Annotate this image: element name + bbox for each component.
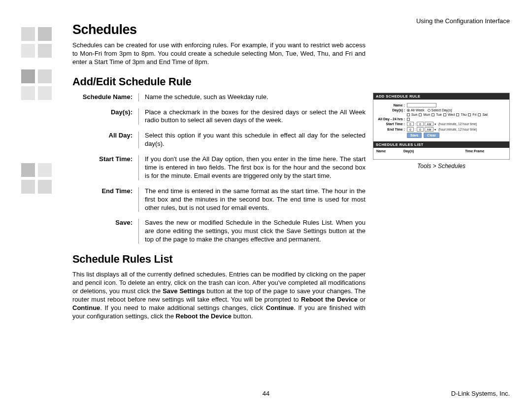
col-time: Time Frame [443,149,506,153]
col-days: Day(s) [403,149,443,153]
start-time-label: Start Time : [376,122,407,126]
decorative-squares [20,26,64,195]
screenshot-panel: ADD SCHEDULE RULE Name : Day(s) : All We… [373,93,510,170]
check-fri[interactable] [468,113,471,116]
name-input[interactable] [407,103,436,107]
clear-button[interactable]: Clear [424,133,439,138]
all-week-text: All Week [411,108,425,112]
page-title: Schedules [72,22,366,37]
definition-table: Schedule Name: Name the schedule, such a… [72,93,366,244]
def-desc: The end time is entered in the same form… [139,187,366,212]
select-days-text: Select Day(s) [432,108,452,112]
def-label: Day(s): [72,108,139,125]
section-rules-list-heading: Schedule Rules List [72,253,366,266]
header-section-label: Using the Configuration Interface [416,17,510,25]
def-desc: Name the schedule, such as Weekday rule. [139,93,366,102]
page-number: 44 [263,390,269,397]
check-thu[interactable] [456,113,459,116]
check-allday[interactable] [407,118,410,121]
check-wed[interactable] [443,113,446,116]
end-min-input[interactable]: 0 [417,127,424,132]
def-label: Schedule Name: [72,93,139,102]
end-time-label: End Time : [376,128,407,131]
def-desc: Select this option if you want this sche… [139,132,366,148]
start-min-input[interactable]: 0 [417,122,424,126]
allday-label: All Day - 24 hrs : [376,117,407,121]
check-sat[interactable] [478,113,481,116]
end-ampm[interactable]: AM [425,127,433,132]
footer-company: D-Link Systems, Inc. [451,390,510,397]
def-label: Start Time: [72,155,139,180]
list-columns: Name Day(s) Time Frame [373,148,509,154]
name-label: Name : [376,103,407,107]
check-mon[interactable] [419,113,422,116]
def-desc: If you don't use the All Day option, the… [139,155,366,180]
days-label: Day(s) : [376,108,407,112]
section-add-edit-heading: Add/Edit Schedule Rule [72,75,366,88]
main-content: Schedules Schedules can be created for u… [72,22,366,320]
start-hour-input[interactable]: 0 [407,122,414,126]
save-button[interactable]: Save [407,133,422,138]
panel-list-header: SCHEDULE RULES LIST [373,141,509,148]
rules-paragraph: This list displays all of the currently … [72,271,366,320]
start-ampm[interactable]: AM [425,122,433,126]
check-sun[interactable] [407,113,410,116]
col-name: Name [376,149,403,153]
def-label: Save: [72,219,139,244]
check-tue[interactable] [432,113,434,116]
def-desc: Place a checkmark in the boxes for the d… [139,108,366,125]
end-hour-input[interactable]: 0 [407,127,414,132]
screenshot-caption: Tools > Schedules [373,163,510,170]
time-hint: (hour:minute, 12 hour time) [438,128,477,131]
def-label: All Day: [72,132,139,148]
radio-all-week[interactable] [407,109,410,112]
radio-select-days[interactable] [428,109,431,112]
intro-paragraph: Schedules can be created for use with en… [72,41,366,67]
panel-add-header: ADD SCHEDULE RULE [373,93,509,100]
time-hint: (hour:minute, 12 hour time) [438,122,477,126]
def-desc: Saves the new or modified Schedule in th… [139,219,366,244]
def-label: End Time: [72,187,139,212]
